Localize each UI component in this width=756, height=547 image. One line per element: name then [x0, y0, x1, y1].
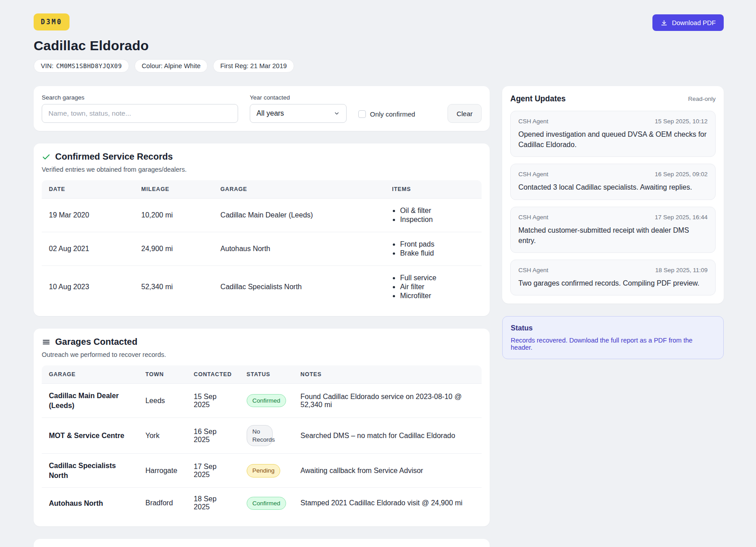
garage-notes: Stamped 2021 Cadillac Eldorado visit @ 2…: [293, 488, 482, 519]
garage-contacted: 16 Sep 2025: [187, 418, 239, 454]
agent-name: CSH Agent: [518, 171, 548, 178]
garage-town: Harrogate: [138, 454, 187, 488]
garage-notes: Awaiting callback from Service Advisor: [293, 454, 482, 488]
update-message: Two garages confirmed records. Compiling…: [518, 278, 708, 288]
record-date: 02 Aug 2021: [42, 232, 134, 266]
col-garage: Garage: [42, 365, 138, 384]
record-item: Front pads: [400, 240, 474, 248]
garage-notes: Found Cadillac Eldorado service on 2023-…: [293, 384, 482, 418]
garage-name: Cadillac Specialists North: [42, 454, 138, 488]
update-message: Contacted 3 local Cadillac specialists. …: [518, 182, 708, 192]
first-reg-chip: First Reg: 21 Mar 2019: [213, 59, 294, 73]
agent-update: CSH Agent 16 Sep 2025, 09:02 Contacted 3…: [510, 164, 716, 200]
garage-town: York: [138, 418, 187, 454]
read-only-label: Read-only: [688, 96, 716, 102]
record-mileage: 10,200 mi: [134, 199, 213, 232]
record-garage: Cadillac Main Dealer (Leeds): [213, 199, 385, 232]
record-items: Front pads Brake fluid: [392, 240, 474, 257]
page: D3M0 Download PDF Cadillac Eldorado VIN:…: [0, 0, 756, 547]
service-record-row: 19 Mar 2020 10,200 mi Cadillac Main Deal…: [42, 199, 482, 232]
status-badge: Confirmed: [247, 394, 286, 408]
agent-name: CSH Agent: [518, 267, 548, 274]
colour-chip: Colour: Alpine White: [135, 59, 208, 73]
update-timestamp: 16 Sep 2025, 09:02: [655, 171, 708, 178]
record-item: Oil & filter: [400, 207, 474, 215]
agent-name: CSH Agent: [518, 214, 548, 221]
update-timestamp: 15 Sep 2025, 10:12: [655, 118, 708, 125]
status-title: Status: [511, 324, 715, 332]
agent-updates-card: Agent Updates Read-only CSH Agent 15 Sep…: [502, 86, 724, 304]
clear-button[interactable]: Clear: [448, 104, 482, 123]
search-field-group: Search garages: [42, 94, 238, 123]
table-header-row: Date Mileage Garage Items: [42, 180, 482, 199]
update-message: Opened investigation and queued DVSA & O…: [518, 129, 708, 150]
garage-row: Autohaus North Bradford 18 Sep 2025 Conf…: [42, 488, 482, 519]
record-item: Air filter: [400, 283, 474, 291]
record-mileage: 52,340 mi: [134, 266, 213, 308]
record-item: Microfilter: [400, 292, 474, 300]
update-timestamp: 18 Sep 2025, 11:09: [655, 267, 708, 274]
confirmed-records-card: Confirmed Service Records Verified entri…: [34, 143, 490, 316]
garage-town: Bradford: [138, 488, 187, 519]
vin-label: VIN:: [41, 62, 53, 69]
garage-row: Cadillac Specialists North Harrogate 17 …: [42, 454, 482, 488]
garage-row: Cadillac Main Dealer (Leeds) Leeds 15 Se…: [42, 384, 482, 418]
vin-value: CM0MS1SBHD8YJQX09: [56, 62, 122, 69]
status-badge: No Records: [247, 425, 273, 446]
download-pdf-label: Download PDF: [672, 19, 716, 26]
col-town: Town: [138, 365, 187, 384]
update-message: Matched customer-submitted receipt with …: [518, 225, 708, 246]
record-garage: Autohaus North: [213, 232, 385, 266]
record-item: Inspection: [400, 216, 474, 224]
col-notes: Notes: [293, 365, 482, 384]
page-title: Cadillac Eldorado: [34, 38, 724, 53]
download-icon: [660, 19, 668, 26]
year-select-value: All years: [256, 109, 284, 117]
status-message: Records recovered. Download the full rep…: [511, 337, 715, 351]
check-icon: [42, 152, 51, 161]
garage-town: Leeds: [138, 384, 187, 418]
year-select[interactable]: All years: [250, 104, 347, 123]
only-confirmed-group: Only confirmed: [358, 110, 415, 118]
col-date: Date: [42, 180, 134, 199]
search-input[interactable]: [42, 104, 238, 123]
confirmed-records-title: Confirmed Service Records: [55, 152, 173, 162]
vin-chip: VIN: CM0MS1SBHD8YJQX09: [34, 59, 129, 73]
garage-name: MOT & Service Centre: [42, 418, 138, 454]
record-mileage: 24,900 mi: [134, 232, 213, 266]
garage-row: MOT & Service Centre York 16 Sep 2025 No…: [42, 418, 482, 454]
vehicle-chips: VIN: CM0MS1SBHD8YJQX09 Colour: Alpine Wh…: [34, 59, 724, 73]
record-garage: Cadillac Specialists North: [213, 266, 385, 308]
record-date: 19 Mar 2020: [42, 199, 134, 232]
garage-notes: Searched DMS – no match for Cadillac Eld…: [293, 418, 482, 454]
demo-badge: D3M0: [34, 13, 70, 30]
confirmed-records-subtitle: Verified entries we obtained from garage…: [42, 166, 482, 173]
only-confirmed-label[interactable]: Only confirmed: [370, 110, 415, 118]
status-panel: Status Records recovered. Download the f…: [502, 316, 724, 359]
service-record-row: 02 Aug 2021 24,900 mi Autohaus North Fro…: [42, 232, 482, 266]
col-garage: Garage: [213, 180, 385, 199]
garage-name: Cadillac Main Dealer (Leeds): [42, 384, 138, 418]
agent-updates-title: Agent Updates: [510, 94, 565, 104]
table-header-row: Garage Town Contacted Status Notes: [42, 365, 482, 384]
user-history-card: User Submitted History Entries provided …: [34, 539, 490, 547]
record-items: Full service Air filter Microfilter: [392, 274, 474, 300]
status-badge: Confirmed: [247, 497, 286, 510]
service-record-row: 10 Aug 2023 52,340 mi Cadillac Specialis…: [42, 266, 482, 308]
confirmed-records-table: Date Mileage Garage Items 19 Mar 2020 10…: [42, 180, 482, 308]
download-pdf-button[interactable]: Download PDF: [652, 14, 724, 31]
record-item: Full service: [400, 274, 474, 282]
page-header: D3M0 Download PDF: [34, 13, 724, 31]
menu-icon: [42, 338, 51, 347]
only-confirmed-checkbox[interactable]: [358, 110, 366, 118]
garages-contacted-title: Garages Contacted: [55, 337, 137, 347]
col-items: Items: [385, 180, 482, 199]
agent-update: CSH Agent 18 Sep 2025, 11:09 Two garages…: [510, 260, 716, 295]
update-timestamp: 17 Sep 2025, 16:44: [655, 214, 708, 221]
record-item: Brake fluid: [400, 249, 474, 257]
garage-contacted: 18 Sep 2025: [187, 488, 239, 519]
agent-name: CSH Agent: [518, 118, 548, 125]
year-field-group: Year contacted All years: [250, 94, 347, 123]
filter-card: Search garages Year contacted All years: [34, 86, 490, 131]
record-date: 10 Aug 2023: [42, 266, 134, 308]
